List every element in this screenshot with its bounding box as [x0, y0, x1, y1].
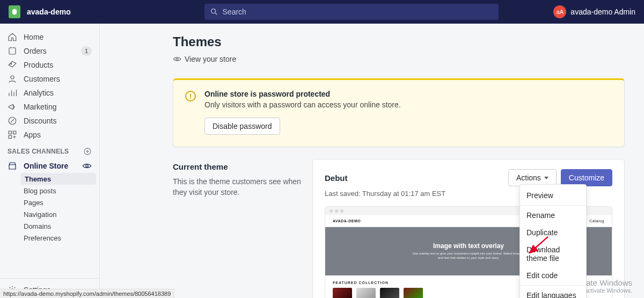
warning-icon — [185, 91, 196, 101]
search-icon — [210, 8, 218, 16]
home-icon — [8, 32, 17, 42]
nav-sub-preferences[interactable]: Preferences — [0, 232, 99, 244]
search-placeholder: Search — [223, 8, 246, 16]
eye-icon — [173, 55, 181, 63]
nav-sub-blog-posts[interactable]: Blog posts — [0, 185, 99, 197]
status-bar-url: https://avada-demo.myshopify.com/admin/t… — [0, 289, 174, 298]
nav-discounts[interactable]: Discounts — [0, 114, 99, 128]
chevron-down-icon — [544, 177, 548, 179]
disable-password-button[interactable]: Disable password — [204, 118, 280, 135]
svg-rect-8 — [9, 136, 11, 139]
shopify-logo-icon — [9, 5, 20, 18]
preview-product-thumb — [356, 288, 376, 298]
nav-sub-pages[interactable]: Pages — [0, 197, 99, 208]
svg-rect-2 — [9, 48, 16, 54]
nav-customers-label: Customers — [24, 75, 60, 83]
sales-channels-header: SALES CHANNELS — [0, 142, 99, 159]
nav-home-label: Home — [24, 33, 43, 41]
nav-online-store-label: Online Store — [24, 162, 68, 170]
current-theme-info: Current theme This is the theme customer… — [173, 159, 302, 298]
search-input[interactable]: Search — [204, 4, 499, 20]
svg-rect-6 — [9, 131, 11, 134]
nav-home[interactable]: Home — [0, 30, 99, 44]
nav-online-store[interactable]: Online Store — [0, 159, 99, 173]
customers-icon — [8, 74, 17, 84]
nav-apps-label: Apps — [24, 130, 41, 139]
store-icon — [8, 161, 17, 171]
nav-orders-label: Orders — [24, 47, 47, 55]
nav-apps[interactable]: Apps — [0, 128, 99, 142]
dropdown-duplicate[interactable]: Duplicate — [520, 224, 586, 241]
nav-orders[interactable]: Orders 1 — [0, 44, 99, 58]
topbar: avada-demo Search aA avada-demo Admin — [0, 0, 644, 24]
dropdown-edit-code[interactable]: Edit code — [520, 267, 586, 284]
nav-sub-navigation[interactable]: Navigation — [0, 208, 99, 220]
view-store-label: View your store — [185, 55, 236, 63]
svg-point-0 — [211, 9, 215, 13]
preview-nav-catalog: Catalog — [589, 219, 604, 223]
actions-dropdown: Preview Rename Duplicate Download theme … — [519, 184, 587, 298]
main-content: Themes View your store Online store is p… — [100, 24, 644, 298]
avatar: aA — [553, 5, 566, 18]
apps-icon — [8, 130, 17, 140]
products-icon — [8, 60, 17, 70]
nav-marketing[interactable]: Marketing — [0, 100, 99, 114]
nav-sub-themes[interactable]: Themes — [20, 173, 96, 185]
svg-point-12 — [176, 58, 178, 60]
current-theme-heading: Current theme — [173, 162, 302, 171]
svg-line-1 — [215, 13, 217, 14]
svg-point-4 — [11, 76, 14, 79]
dropdown-preview[interactable]: Preview — [520, 187, 586, 204]
analytics-icon — [8, 88, 17, 98]
nav-sub-domains[interactable]: Domains — [0, 220, 99, 232]
dropdown-edit-languages[interactable]: Edit languages — [520, 287, 586, 298]
nav-marketing-label: Marketing — [24, 103, 56, 111]
page-title: Themes — [173, 34, 625, 49]
preview-product-thumb — [380, 288, 399, 298]
svg-rect-7 — [13, 131, 16, 134]
password-banner: Online store is password protected Only … — [173, 78, 625, 147]
preview-product-thumb — [404, 288, 423, 298]
nav-customers[interactable]: Customers — [0, 72, 99, 86]
theme-card: Debut Actions Customize Last saved: Thur… — [312, 159, 625, 298]
svg-point-10 — [86, 165, 89, 168]
marketing-icon — [8, 102, 17, 112]
user-menu[interactable]: aA avada-demo Admin — [553, 5, 635, 18]
user-name: avada-demo Admin — [570, 8, 635, 16]
view-store-link[interactable]: View your store — [173, 55, 625, 63]
dropdown-download[interactable]: Download theme file — [520, 241, 586, 267]
nav-products[interactable]: Products — [0, 58, 99, 72]
current-theme-description: This is the theme customers see when the… — [173, 177, 302, 198]
password-banner-title: Online store is password protected — [204, 90, 401, 98]
nav-analytics-label: Analytics — [24, 89, 54, 97]
preview-hero-title: Image with text overlay — [433, 242, 504, 250]
discounts-icon — [8, 116, 17, 126]
actions-label: Actions — [516, 173, 541, 182]
add-channel-icon[interactable] — [83, 147, 92, 156]
nav-products-label: Products — [24, 61, 53, 69]
eye-icon[interactable] — [82, 161, 92, 171]
preview-product-thumb — [333, 288, 352, 298]
preview-hero-subtitle: Use overlay text to give your customers … — [412, 252, 525, 260]
dropdown-rename[interactable]: Rename — [520, 207, 586, 224]
nav-analytics[interactable]: Analytics — [0, 86, 99, 100]
sidebar: Home Orders 1 Products Customers Analyti… — [0, 24, 100, 298]
preview-brand: AVADA-DEMO — [333, 219, 361, 223]
password-banner-subtitle: Only visitors with a password can access… — [204, 100, 401, 109]
orders-badge: 1 — [81, 46, 92, 56]
orders-icon — [8, 46, 17, 56]
theme-name: Debut — [325, 173, 348, 183]
nav-discounts-label: Discounts — [24, 117, 56, 125]
store-name: avada-demo — [27, 8, 71, 16]
svg-point-3 — [11, 63, 12, 64]
